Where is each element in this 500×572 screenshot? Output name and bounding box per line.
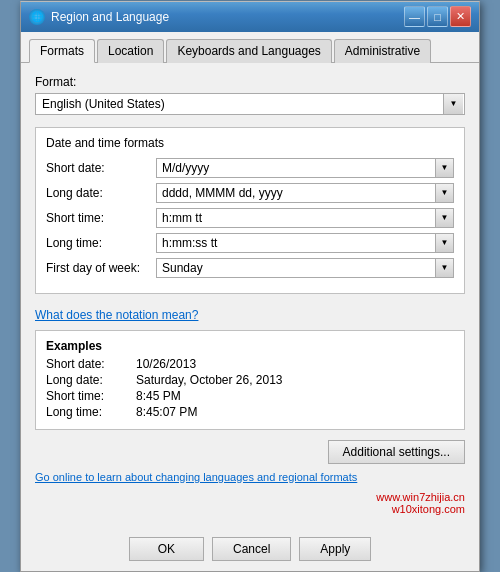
format-label: Format: <box>35 75 465 89</box>
example-short-date-label: Short date: <box>46 357 136 371</box>
bottom-bar: OK Cancel Apply <box>21 531 479 571</box>
short-time-label: Short time: <box>46 211 156 225</box>
example-short-time-value: 8:45 PM <box>136 389 181 403</box>
example-short-time-label: Short time: <box>46 389 136 403</box>
first-day-row: First day of week: Sunday ▼ <box>46 258 454 278</box>
tab-keyboards[interactable]: Keyboards and Languages <box>166 39 331 63</box>
additional-settings-button[interactable]: Additional settings... <box>328 440 465 464</box>
example-long-time-label: Long time: <box>46 405 136 419</box>
long-time-select-wrap: h:mm:ss tt ▼ <box>156 233 454 253</box>
short-time-select[interactable]: h:mm tt <box>156 208 454 228</box>
datetime-formats-group: Date and time formats Short date: M/d/yy… <box>35 127 465 294</box>
tab-bar: Formats Location Keyboards and Languages… <box>21 32 479 63</box>
watermark2: w10xitong.com <box>392 503 465 515</box>
tab-administrative[interactable]: Administrative <box>334 39 431 63</box>
format-select-container: English (United States) ▼ <box>35 93 465 115</box>
long-date-select-wrap: dddd, MMMM dd, yyyy ▼ <box>156 183 454 203</box>
short-date-select-wrap: M/d/yyyy ▼ <box>156 158 454 178</box>
watermark-area: www.win7zhijia.cn w10xitong.com <box>35 491 465 515</box>
maximize-button[interactable]: □ <box>427 6 448 27</box>
tab-content: Format: English (United States) ▼ Date a… <box>21 63 479 531</box>
example-short-time: Short time: 8:45 PM <box>46 389 454 403</box>
tab-formats[interactable]: Formats <box>29 39 95 63</box>
long-date-select[interactable]: dddd, MMMM dd, yyyy <box>156 183 454 203</box>
tab-location[interactable]: Location <box>97 39 164 63</box>
watermark1: www.win7zhijia.cn <box>376 491 465 503</box>
examples-box: Examples Short date: 10/26/2013 Long dat… <box>35 330 465 430</box>
first-day-label: First day of week: <box>46 261 156 275</box>
window-icon: 🌐 <box>29 9 45 25</box>
additional-btn-row: Additional settings... <box>35 440 465 464</box>
ok-button[interactable]: OK <box>129 537 204 561</box>
short-date-select[interactable]: M/d/yyyy <box>156 158 454 178</box>
example-long-time: Long time: 8:45:07 PM <box>46 405 454 419</box>
first-day-select-wrap: Sunday ▼ <box>156 258 454 278</box>
apply-button[interactable]: Apply <box>299 537 371 561</box>
minimize-button[interactable]: — <box>404 6 425 27</box>
example-short-date-value: 10/26/2013 <box>136 357 196 371</box>
long-date-label: Long date: <box>46 186 156 200</box>
long-time-select[interactable]: h:mm:ss tt <box>156 233 454 253</box>
window-title: Region and Language <box>51 10 404 24</box>
format-select[interactable]: English (United States) <box>35 93 465 115</box>
example-short-date: Short date: 10/26/2013 <box>46 357 454 371</box>
example-long-date-value: Saturday, October 26, 2013 <box>136 373 283 387</box>
short-time-row: Short time: h:mm tt ▼ <box>46 208 454 228</box>
bottom-link[interactable]: Go online to learn about changing langua… <box>35 471 357 483</box>
notation-link[interactable]: What does the notation mean? <box>35 308 198 322</box>
example-long-date: Long date: Saturday, October 26, 2013 <box>46 373 454 387</box>
first-day-select[interactable]: Sunday <box>156 258 454 278</box>
title-buttons: — □ ✕ <box>404 6 471 27</box>
long-date-row: Long date: dddd, MMMM dd, yyyy ▼ <box>46 183 454 203</box>
short-date-label: Short date: <box>46 161 156 175</box>
short-date-row: Short date: M/d/yyyy ▼ <box>46 158 454 178</box>
short-time-select-wrap: h:mm tt ▼ <box>156 208 454 228</box>
close-button[interactable]: ✕ <box>450 6 471 27</box>
datetime-group-title: Date and time formats <box>46 136 454 150</box>
dialog-window: 🌐 Region and Language — □ ✕ Formats Loca… <box>20 1 480 572</box>
cancel-button[interactable]: Cancel <box>212 537 291 561</box>
example-long-time-value: 8:45:07 PM <box>136 405 197 419</box>
examples-title: Examples <box>46 339 454 353</box>
example-long-date-label: Long date: <box>46 373 136 387</box>
long-time-row: Long time: h:mm:ss tt ▼ <box>46 233 454 253</box>
title-bar: 🌐 Region and Language — □ ✕ <box>21 2 479 32</box>
long-time-label: Long time: <box>46 236 156 250</box>
